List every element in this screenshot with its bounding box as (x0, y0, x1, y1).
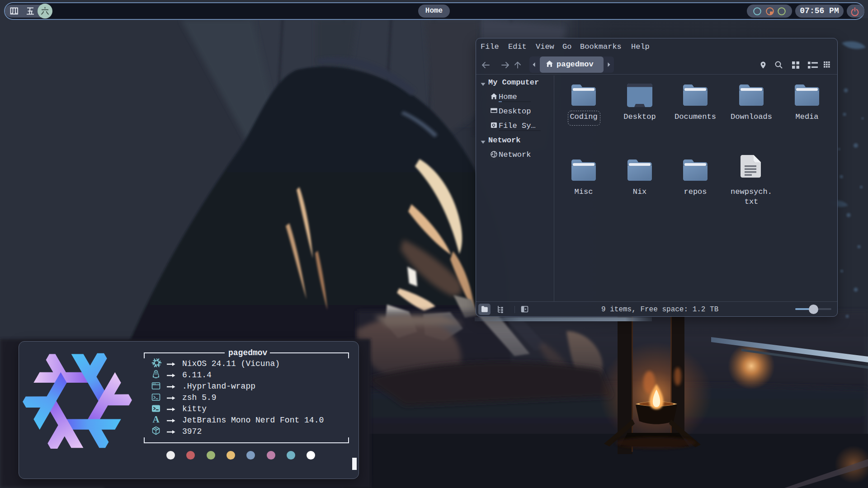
svg-text:A: A (152, 415, 160, 424)
